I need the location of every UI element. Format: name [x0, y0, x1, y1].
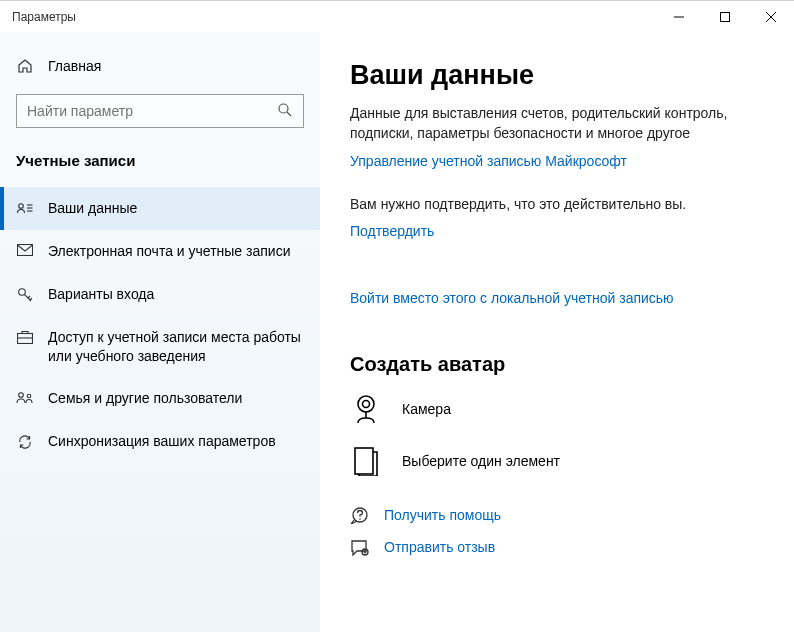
description-text: Данные для выставления счетов, родительс…: [350, 103, 764, 144]
minimize-button[interactable]: [656, 1, 702, 33]
people-icon: [16, 389, 34, 405]
svg-point-4: [279, 104, 288, 113]
avatar-camera-label: Камера: [402, 401, 451, 417]
svg-point-17: [19, 393, 24, 398]
maximize-button[interactable]: [702, 1, 748, 33]
manage-account-link[interactable]: Управление учетной записью Майкрософт: [350, 150, 627, 172]
maximize-icon: [720, 12, 730, 22]
local-signin-link[interactable]: Войти вместо этого с локальной учетной з…: [350, 287, 674, 309]
sidebar-item-signin-options[interactable]: Варианты входа: [0, 273, 320, 316]
feedback-link-label: Отправить отзыв: [384, 536, 495, 558]
search-box[interactable]: [16, 94, 304, 128]
search-icon: [277, 102, 293, 121]
sidebar-item-sync[interactable]: Синхронизация ваших параметров: [0, 420, 320, 463]
svg-point-19: [358, 396, 374, 412]
sidebar: Главная Учетные записи Ваши данные Элект…: [0, 32, 320, 632]
minimize-icon: [674, 12, 684, 22]
verify-link[interactable]: Подтвердить: [350, 220, 434, 242]
feedback-icon: [350, 539, 370, 557]
svg-line-13: [28, 296, 30, 298]
browse-icon: [350, 446, 382, 476]
sidebar-item-your-info[interactable]: Ваши данные: [0, 187, 320, 230]
help-link[interactable]: Получить помощь: [350, 504, 764, 526]
svg-rect-1: [721, 12, 730, 21]
main-content: Ваши данные Данные для выставления счето…: [320, 32, 794, 632]
close-icon: [766, 12, 776, 22]
sync-icon: [16, 432, 34, 450]
avatar-browse-label: Выберите один элемент: [402, 453, 560, 469]
sidebar-item-work-access[interactable]: Доступ к учетной записи места работы или…: [0, 316, 320, 378]
camera-icon: [350, 394, 382, 424]
sidebar-item-family[interactable]: Семья и другие пользователи: [0, 377, 320, 420]
sidebar-home-label: Главная: [48, 58, 101, 74]
feedback-link[interactable]: Отправить отзыв: [350, 536, 764, 558]
svg-line-14: [30, 298, 32, 300]
sidebar-item-label: Семья и другие пользователи: [48, 389, 304, 408]
sidebar-item-label: Электронная почта и учетные записи: [48, 242, 304, 261]
sidebar-item-label: Доступ к учетной записи места работы или…: [48, 328, 304, 366]
help-icon: [350, 506, 370, 524]
avatar-option-camera[interactable]: Камера: [350, 394, 764, 424]
svg-point-20: [363, 401, 370, 408]
sidebar-item-label: Ваши данные: [48, 199, 304, 218]
close-button[interactable]: [748, 1, 794, 33]
sidebar-section-header: Учетные записи: [0, 146, 320, 187]
sidebar-item-email-accounts[interactable]: Электронная почта и учетные записи: [0, 230, 320, 273]
window-controls: [656, 1, 794, 33]
sidebar-item-label: Синхронизация ваших параметров: [48, 432, 304, 451]
svg-point-6: [19, 204, 24, 209]
person-card-icon: [16, 199, 34, 215]
help-link-label: Получить помощь: [384, 504, 501, 526]
svg-line-5: [287, 112, 291, 116]
avatar-option-browse[interactable]: Выберите один элемент: [350, 446, 764, 476]
sidebar-home[interactable]: Главная: [0, 50, 320, 82]
sidebar-item-label: Варианты входа: [48, 285, 304, 304]
mail-icon: [16, 242, 34, 256]
home-icon: [16, 58, 34, 74]
titlebar: Параметры: [0, 0, 794, 32]
avatar-heading: Создать аватар: [350, 353, 764, 376]
page-title: Ваши данные: [350, 60, 764, 91]
verify-text: Вам нужно подтвердить, что это действите…: [350, 194, 764, 214]
svg-point-24: [359, 518, 361, 520]
briefcase-icon: [16, 328, 34, 344]
search-input[interactable]: [27, 103, 277, 119]
svg-point-18: [27, 395, 31, 399]
key-icon: [16, 285, 34, 303]
svg-rect-22: [355, 448, 373, 474]
window-title: Параметры: [12, 10, 76, 24]
